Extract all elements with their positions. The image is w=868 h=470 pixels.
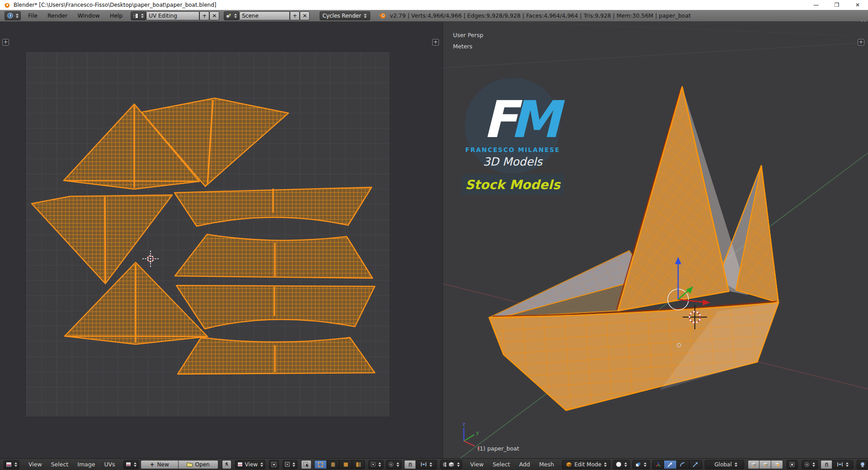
fm-logo: F M FRANCESCO MILANESE 3D Models Stock M… (462, 78, 565, 195)
edit-mode-cube-icon (566, 462, 572, 467)
snap-magnet-button[interactable] (404, 460, 416, 469)
uv-edge-select-button[interactable] (327, 460, 340, 469)
proportional-icon (804, 462, 810, 467)
vertex-select-mode-button[interactable] (748, 460, 760, 469)
uv-island-select-button[interactable] (352, 460, 365, 469)
info-icon: i (7, 13, 13, 19)
render-engine-dropdown[interactable]: Cycles Render (320, 11, 370, 20)
uv-menu-view[interactable]: View (24, 461, 47, 468)
close-button[interactable]: ✕ (847, 0, 868, 10)
orientation-dropdown[interactable]: Global (705, 460, 744, 469)
chevron-updown-icon (16, 14, 19, 18)
viewport-shading-dropdown[interactable] (613, 460, 629, 469)
plus-icon: + (202, 13, 207, 19)
viewport-3d-canvas: F M FRANCESCO MILANESE 3D Models Stock M… (443, 22, 868, 458)
snap-element-dropdown-3d[interactable] (832, 460, 853, 469)
chevron-updown-icon (735, 462, 737, 467)
uv-menu-uvs[interactable]: UVs (99, 461, 119, 468)
menu-file[interactable]: File (26, 12, 39, 19)
close-icon: ✕ (302, 13, 307, 19)
v3d-menu-add[interactable]: Add (514, 461, 534, 468)
rotate-arc-icon (680, 462, 685, 467)
menu-render[interactable]: Render (46, 12, 70, 19)
screen-layout-field[interactable]: UV Editing (146, 11, 199, 20)
edge-select-mode-button[interactable] (760, 460, 771, 469)
chevron-updown-icon (396, 462, 399, 467)
opengl-render-button[interactable] (857, 460, 868, 469)
mini-y-axis (464, 435, 474, 441)
limit-selection-visible-button[interactable] (787, 460, 798, 469)
editor-type-3d-button[interactable] (446, 460, 462, 469)
menu-window[interactable]: Window (75, 12, 101, 19)
uv-menu-image[interactable]: Image (73, 461, 99, 468)
uv-toolshelf-expand-icon[interactable]: + (2, 39, 9, 46)
blender-logo-icon (378, 12, 386, 19)
occlude-cube-icon (789, 462, 795, 467)
snap-magnet-button-3d[interactable] (821, 460, 832, 469)
scene-value: Scene (242, 13, 259, 19)
center-view-icon[interactable] (269, 460, 279, 469)
uv-island-hull-strip-3 (176, 285, 375, 329)
editor-type-uv-button[interactable] (4, 460, 19, 469)
scene-field[interactable]: Scene (239, 11, 290, 20)
uv-sync-select-button[interactable] (301, 460, 311, 469)
magnet-icon (408, 462, 413, 467)
render-engine-value: Cycles Render (322, 13, 361, 19)
v3d-menu-select[interactable]: Select (488, 461, 515, 468)
minimize-button[interactable]: — (806, 0, 826, 10)
browse-image-button[interactable] (123, 460, 139, 469)
viewport-properties-expand-icon[interactable]: + (858, 39, 864, 46)
menu-help[interactable]: Help (108, 12, 125, 19)
image-icon (126, 462, 131, 467)
axes-icon (656, 462, 661, 467)
rotate-manipulator-button[interactable] (677, 460, 689, 469)
v3d-menu-view[interactable]: View (466, 461, 488, 468)
snap-increment-icon (837, 462, 843, 467)
uv-properties-expand-icon[interactable]: + (432, 39, 439, 46)
manipulator-group (652, 460, 702, 469)
logo-tagline: 3D Models (483, 155, 543, 168)
sticky-select-dropdown[interactable] (368, 460, 383, 469)
uv-vertex-select-button[interactable] (314, 460, 327, 469)
viewport-3d-icon (448, 462, 454, 467)
pin-icon[interactable] (222, 460, 231, 469)
editor-type-info-button[interactable]: i (5, 11, 21, 20)
add-layout-button[interactable]: + (199, 11, 209, 20)
scene-browse-button[interactable] (224, 11, 239, 20)
uv-face-select-button[interactable] (340, 460, 352, 469)
translate-arrow-icon (667, 462, 673, 467)
face-select-mode-button[interactable] (771, 460, 783, 469)
new-image-button[interactable]: + New (141, 460, 179, 469)
image-display-dropdown[interactable]: View (235, 460, 265, 469)
uv-islands[interactable] (32, 98, 375, 374)
mode-dropdown[interactable]: Edit Mode (562, 460, 610, 469)
chevron-updown-icon (260, 462, 263, 467)
restore-button[interactable]: ❐ (826, 0, 847, 10)
delete-layout-button[interactable]: ✕ (209, 11, 219, 20)
screen-layout-browse-button[interactable] (131, 11, 146, 20)
proportional-edit-dropdown[interactable] (386, 460, 401, 469)
open-image-label: Open (195, 461, 210, 468)
proportional-edit-dropdown-3d[interactable] (802, 460, 818, 469)
scale-manipulator-button[interactable] (689, 460, 702, 469)
delete-scene-button[interactable]: ✕ (300, 11, 310, 20)
manipulator-toggle-button[interactable] (652, 460, 664, 469)
folder-icon (187, 462, 193, 467)
chevron-updown-icon (429, 462, 432, 467)
open-image-button[interactable]: Open (179, 460, 218, 469)
pivot-point-dropdown[interactable] (632, 460, 650, 469)
logo-badge: Stock Models (465, 177, 561, 192)
x-arrow (678, 299, 704, 302)
add-scene-button[interactable]: + (290, 11, 300, 20)
scene-icon (226, 13, 231, 19)
pivot-center-dropdown[interactable] (283, 460, 297, 469)
chevron-updown-icon (234, 14, 237, 18)
new-image-label: New (157, 461, 169, 468)
magnet-icon (824, 462, 829, 467)
cursor-select-icon (303, 462, 309, 467)
v3d-menu-mesh[interactable]: Mesh (534, 461, 558, 468)
translate-manipulator-button[interactable] (664, 460, 677, 469)
snap-element-dropdown[interactable] (416, 460, 437, 469)
uv-menu-select[interactable]: Select (47, 461, 73, 468)
os-titlebar: Blender* [C:\Users\Francesco-Fisso\Deskt… (0, 0, 868, 10)
